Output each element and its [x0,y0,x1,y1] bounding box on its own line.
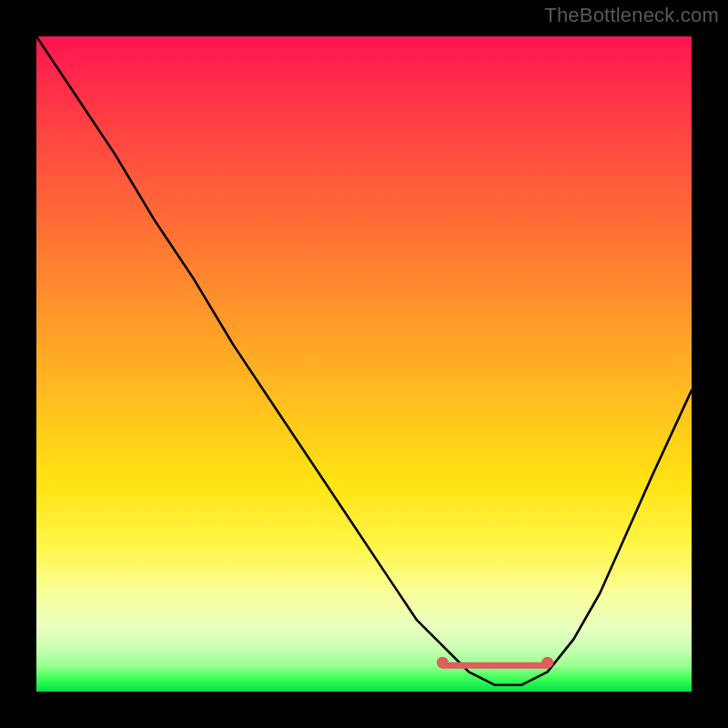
bottleneck-curve-path [36,36,692,685]
svg-point-2 [541,657,553,669]
credit-watermark: TheBottleneck.com [544,4,719,27]
plot-area [36,36,692,692]
svg-point-1 [437,657,449,669]
chart-frame: TheBottleneck.com [0,0,728,728]
bottleneck-curve-svg [36,36,692,692]
